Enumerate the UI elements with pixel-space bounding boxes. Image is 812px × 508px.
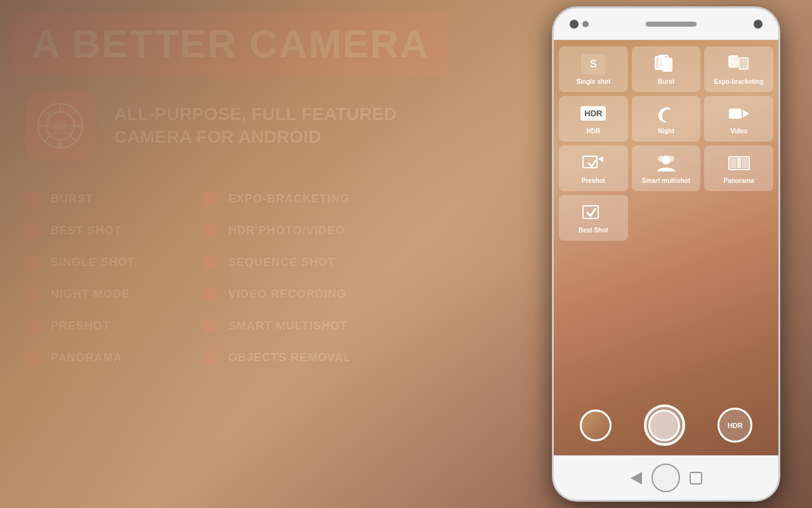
recents-button[interactable]: [690, 472, 702, 485]
camera-bottom-controls: HDR: [554, 404, 778, 446]
camera-mode-grid: S Single shot Burst: [554, 40, 778, 247]
camera-mode-burst[interactable]: Burst: [632, 46, 701, 92]
burst-icon: [653, 53, 679, 75]
front-camera-dot: [570, 20, 579, 29]
camera-mode-single[interactable]: S Single shot: [559, 46, 628, 92]
best-shot-icon: [580, 201, 606, 224]
smart-multishot-icon: [653, 152, 679, 174]
camera-mode-preshot[interactable]: Preshot: [559, 145, 628, 191]
camera-mode-bestshot[interactable]: Best Shot: [559, 195, 628, 241]
camera-mode-video[interactable]: Video: [704, 96, 773, 142]
camera-mode-hdr[interactable]: HDR HDR: [559, 96, 628, 142]
main-content: A BETTER CAMERA A BETTER CAMERA: [0, 0, 812, 508]
panorama-label: Panorama: [723, 177, 754, 185]
photo-thumbnail[interactable]: [580, 410, 612, 441]
svg-rect-17: [739, 58, 748, 69]
camera-mode-smart[interactable]: Smart multishot: [632, 145, 701, 191]
preshot-icon: [580, 152, 606, 174]
camera-mode-night[interactable]: Night: [632, 96, 701, 142]
night-mode-icon: [653, 102, 679, 124]
night-label: Night: [658, 128, 674, 135]
single-shot-label: Single shot: [576, 78, 610, 86]
svg-rect-28: [742, 158, 748, 168]
phone-nav-bar: [554, 455, 778, 500]
phone-top-bar: [554, 8, 778, 40]
camera-mode-expo[interactable]: +/- Expo-bracketing: [704, 46, 773, 92]
phone-screen: S Single shot Burst: [554, 40, 778, 455]
panorama-icon: [726, 152, 752, 174]
video-label: Video: [730, 128, 747, 135]
best-shot-label: Best Shot: [579, 227, 608, 234]
phone-mockup: S Single shot Burst: [552, 6, 780, 502]
front-camera-area: [570, 20, 589, 29]
hdr-toggle-badge[interactable]: HDR: [717, 408, 752, 443]
sensor-dot: [582, 21, 589, 27]
hdr-badge-text: HDR: [728, 422, 743, 429]
expo-icon: +/-: [726, 53, 752, 75]
camera-mode-panorama[interactable]: Panorama: [704, 145, 773, 191]
svg-rect-26: [730, 158, 737, 168]
shutter-button[interactable]: [644, 404, 685, 446]
svg-rect-19: [729, 109, 742, 119]
shutter-inner-ring: [648, 410, 680, 441]
hdr-label: HDR: [586, 128, 600, 135]
expo-label: Expo-bracketing: [714, 78, 763, 86]
svg-point-23: [658, 156, 664, 162]
svg-rect-27: [737, 158, 741, 168]
svg-marker-20: [743, 110, 749, 117]
svg-text:+/-: +/-: [730, 59, 736, 65]
smart-label: Smart multishot: [642, 177, 690, 185]
back-button[interactable]: [631, 472, 642, 485]
preshot-label: Preshot: [582, 177, 605, 185]
hdr-mode-icon: HDR: [580, 102, 606, 124]
phone-container: S Single shot Burst: [533, 0, 799, 508]
svg-rect-15: [663, 58, 672, 71]
earpiece-speaker: [646, 22, 697, 27]
burst-label: Burst: [658, 78, 674, 86]
single-shot-icon: S: [580, 53, 606, 75]
video-icon: [726, 102, 752, 124]
svg-point-24: [668, 156, 674, 162]
back-camera-dot: [754, 20, 763, 29]
home-button[interactable]: [652, 464, 680, 492]
